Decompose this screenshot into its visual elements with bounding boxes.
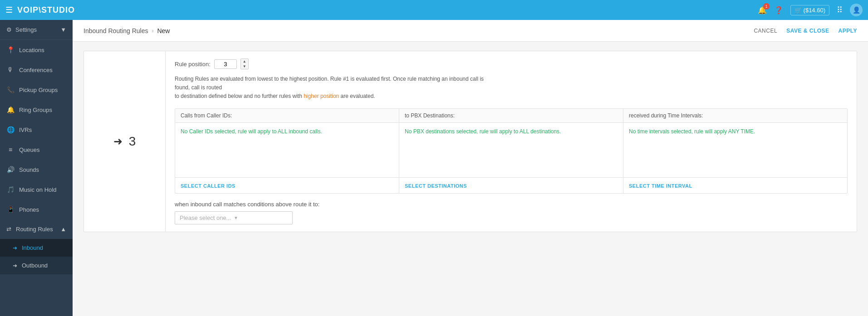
user-avatar[interactable]: 👤 xyxy=(850,4,863,16)
sidebar-item-label: Music on Hold xyxy=(19,186,56,193)
sidebar-item-label: Pickup Groups xyxy=(19,87,58,93)
save-close-button[interactable]: SAVE & CLOSE xyxy=(786,28,829,34)
rule-number-panel: ➜ 3 xyxy=(84,51,166,232)
ring-groups-icon: 🔔 xyxy=(6,106,15,113)
inbound-arrow-icon: ➜ xyxy=(13,245,17,251)
sounds-icon: 🔊 xyxy=(6,166,15,173)
condition-col-caller-ids: Calls from Caller IDs: No Caller IDs sel… xyxy=(175,109,399,193)
time-intervals-header: received during Time Intervals: xyxy=(623,109,847,123)
caller-ids-body: No Caller IDs selected, rule will apply … xyxy=(175,123,399,177)
condition-col-time-intervals: received during Time Intervals: No time … xyxy=(623,109,847,193)
sidebar-item-sounds[interactable]: 🔊 Sounds xyxy=(0,160,73,180)
settings-label: Settings xyxy=(15,26,37,33)
content-area: Inbound Routing Rules › New CANCEL SAVE … xyxy=(73,20,868,316)
destinations-body: No PBX destinations selected, rule will … xyxy=(399,123,623,177)
select-caller-ids-button[interactable]: SELECT CALLER IDS xyxy=(181,183,235,189)
sidebar-settings[interactable]: ⚙ Settings ▼ xyxy=(0,20,73,40)
sidebar-item-label: Locations xyxy=(19,47,44,53)
routing-rules-chevron-icon: ▲ xyxy=(60,226,66,233)
locations-icon: 📍 xyxy=(6,46,15,53)
spinner-up-button[interactable]: ▲ xyxy=(241,59,248,64)
rule-description: Routing Rules are evaluated from lowest … xyxy=(175,75,492,101)
sidebar-item-ring-groups[interactable]: 🔔 Ring Groups xyxy=(0,100,73,120)
breadcrumb-current: New xyxy=(157,27,170,34)
sidebar-subitem-outbound[interactable]: ➜ Outbound xyxy=(0,257,73,274)
position-label: Rule position: xyxy=(175,61,211,68)
route-section: when inbound call matches conditions abo… xyxy=(175,201,848,208)
sidebar-item-conferences[interactable]: 🎙 Conferences xyxy=(0,60,73,80)
conditions-row: Calls from Caller IDs: No Caller IDs sel… xyxy=(175,108,848,194)
ivrs-icon: 🌐 xyxy=(6,126,15,133)
breadcrumb: Inbound Routing Rules › New xyxy=(83,27,170,34)
navbar: ☰ VOIP\STUDIO 🔔 1 ❓ 🛒 ($14.60) ⠿ 👤 xyxy=(0,0,868,20)
app-logo: VOIP\STUDIO xyxy=(17,5,758,15)
destinations-footer: SELECT DESTINATIONS xyxy=(399,177,623,193)
sidebar-item-label: Phones xyxy=(19,206,39,213)
cancel-button[interactable]: CANCEL xyxy=(754,28,777,34)
rule-position-row: Rule position: ▲ ▼ xyxy=(175,58,848,69)
notification-badge: 1 xyxy=(763,3,770,10)
rule-arrow-icon: ➜ xyxy=(113,135,123,148)
queues-icon: ≡ xyxy=(6,146,15,153)
header-actions: CANCEL SAVE & CLOSE APPLY xyxy=(754,28,857,34)
sidebar-item-pickup-groups[interactable]: 📞 Pickup Groups xyxy=(0,80,73,100)
sidebar-item-queues[interactable]: ≡ Queues xyxy=(0,140,73,160)
breadcrumb-parent[interactable]: Inbound Routing Rules xyxy=(83,27,148,34)
settings-chevron-icon: ▼ xyxy=(60,26,66,33)
sidebar-item-label: IVRs xyxy=(19,126,32,133)
select-destinations-button[interactable]: SELECT DESTINATIONS xyxy=(405,183,467,189)
route-placeholder: Please select one... xyxy=(180,214,234,221)
sidebar-item-locations[interactable]: 📍 Locations xyxy=(0,40,73,60)
conferences-icon: 🎙 xyxy=(6,66,15,73)
phones-icon: 📱 xyxy=(6,206,15,213)
rule-number: 3 xyxy=(129,134,136,149)
sidebar-subitem-inbound[interactable]: ➜ Inbound xyxy=(0,239,73,257)
time-intervals-body: No time intervals selected, rule will ap… xyxy=(623,123,847,177)
sidebar: ⚙ Settings ▼ 📍 Locations 🎙 Conferences 📞… xyxy=(0,20,73,316)
dropdown-arrow-icon: ▼ xyxy=(234,215,288,220)
routing-rules-icon: ⇄ xyxy=(6,226,11,233)
time-intervals-footer: SELECT TIME INTERVAL xyxy=(623,177,847,193)
caller-ids-footer: SELECT CALLER IDS xyxy=(175,177,399,193)
inbound-label: Inbound xyxy=(22,244,43,251)
select-time-interval-button[interactable]: SELECT TIME INTERVAL xyxy=(629,183,692,189)
routing-rules-label: Routing Rules xyxy=(16,226,53,233)
sidebar-item-label: Queues xyxy=(19,146,40,153)
sidebar-item-phones[interactable]: 📱 Phones xyxy=(0,199,73,219)
spinner-down-button[interactable]: ▼ xyxy=(241,64,248,69)
content-header: Inbound Routing Rules › New CANCEL SAVE … xyxy=(73,20,868,42)
condition-col-destinations: to PBX Destinations: No PBX destinations… xyxy=(399,109,623,193)
content-body: ➜ 3 Rule position: ▲ ▼ xyxy=(73,42,868,316)
sidebar-item-label: Sounds xyxy=(19,166,39,173)
cart-button[interactable]: 🛒 ($14.60) xyxy=(790,5,829,15)
description-highlight: higher position xyxy=(304,93,339,99)
main-layout: ⚙ Settings ▼ 📍 Locations 🎙 Conferences 📞… xyxy=(0,20,868,316)
apps-icon[interactable]: ⠿ xyxy=(837,5,843,15)
outbound-arrow-icon: ➜ xyxy=(13,263,17,269)
outbound-label: Outbound xyxy=(22,262,48,269)
sidebar-item-music-on-hold[interactable]: 🎵 Music on Hold xyxy=(0,180,73,199)
rule-details: Rule position: ▲ ▼ Routing Rules are eva… xyxy=(166,51,857,232)
route-dropdown[interactable]: Please select one... ▼ xyxy=(175,211,293,224)
apply-button[interactable]: APPLY xyxy=(839,28,857,34)
music-on-hold-icon: 🎵 xyxy=(6,186,15,193)
destinations-header: to PBX Destinations: xyxy=(399,109,623,123)
caller-ids-header: Calls from Caller IDs: xyxy=(175,109,399,123)
hamburger-icon[interactable]: ☰ xyxy=(5,5,13,15)
sidebar-routing-rules[interactable]: ⇄ Routing Rules ▲ xyxy=(0,219,73,239)
position-input[interactable] xyxy=(214,59,237,69)
pickup-groups-icon: 📞 xyxy=(6,86,15,93)
sidebar-item-ivrs[interactable]: 🌐 IVRs xyxy=(0,120,73,140)
notification-icon[interactable]: 🔔 1 xyxy=(758,6,767,15)
position-spinner: ▲ ▼ xyxy=(240,58,249,69)
navbar-right: 🔔 1 ❓ 🛒 ($14.60) ⠿ 👤 xyxy=(758,4,863,16)
sidebar-item-label: Conferences xyxy=(19,67,53,73)
breadcrumb-separator: › xyxy=(152,28,153,34)
route-label: when inbound call matches conditions abo… xyxy=(175,201,848,208)
help-icon[interactable]: ❓ xyxy=(774,6,783,15)
settings-icon: ⚙ xyxy=(6,26,12,33)
rule-card: ➜ 3 Rule position: ▲ ▼ xyxy=(83,51,857,232)
sidebar-item-label: Ring Groups xyxy=(19,107,52,113)
